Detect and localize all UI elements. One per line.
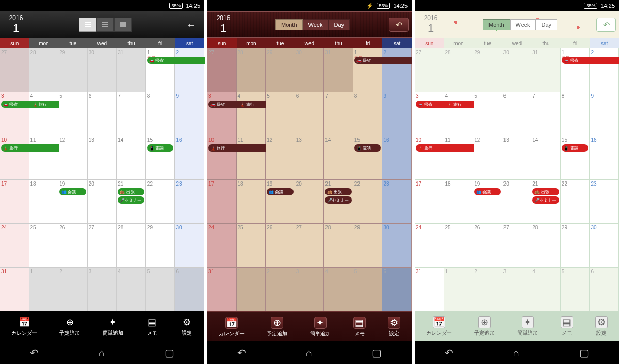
day-cell[interactable]: 2	[473, 268, 502, 311]
view-month-icon[interactable]	[79, 18, 96, 32]
toolbar-settings[interactable]: ⚙設定	[388, 317, 400, 337]
day-cell[interactable]: 4	[117, 268, 146, 311]
event-ryoko[interactable]: 🗼 旅行	[1, 144, 59, 152]
event-shuccho[interactable]: 👜 出張	[325, 188, 352, 195]
day-cell[interactable]: 28	[117, 224, 146, 268]
day-cell[interactable]: 20	[295, 180, 324, 224]
day-cell[interactable]: 29	[58, 48, 88, 92]
day-cell[interactable]: 3	[295, 268, 324, 311]
event-kisei[interactable]: 🚗 帰省	[354, 57, 412, 64]
back-button[interactable]: ↶	[596, 18, 616, 32]
day-cell[interactable]: 18	[29, 180, 59, 224]
day-cell[interactable]: 18	[444, 180, 474, 224]
view-day-button[interactable]: Day	[328, 19, 350, 30]
toolbar-memo[interactable]: ▤メモ	[561, 316, 573, 337]
day-cell[interactable]: 1	[444, 268, 474, 311]
day-cell[interactable]: 13	[88, 136, 117, 180]
day-cell[interactable]: 31	[531, 48, 561, 92]
day-cell[interactable]: 6	[382, 268, 412, 311]
day-cell[interactable]: 3🚗 帰省	[0, 92, 29, 136]
day-cell[interactable]: 1元日🚗 帰省	[353, 48, 383, 92]
day-cell[interactable]: 5	[266, 92, 295, 136]
day-cell[interactable]: 3🚗 帰省	[415, 92, 444, 136]
event-kisei[interactable]: 🚗 帰省	[147, 57, 205, 64]
day-cell[interactable]: 29	[473, 48, 502, 92]
toolbar-add-event[interactable]: ⊕予定追加	[474, 316, 495, 337]
event-ryoko[interactable]: 🗼 旅行	[445, 101, 472, 108]
day-cell[interactable]: 31	[415, 268, 444, 311]
toolbar-settings[interactable]: ⚙設定	[181, 316, 193, 337]
day-cell[interactable]: 30	[175, 224, 204, 268]
event-shuccho[interactable]: 👜 出張	[118, 188, 144, 195]
day-cell[interactable]: 6	[295, 92, 324, 136]
back-button[interactable]: ←	[182, 18, 201, 32]
day-cell[interactable]: 1元日🚗 帰省	[561, 48, 590, 92]
day-cell[interactable]: 21👜 出張🎤セミナー	[324, 180, 353, 224]
day-cell[interactable]: 25	[237, 224, 266, 268]
day-cell[interactable]: 1	[29, 268, 59, 311]
day-cell[interactable]: 8	[561, 92, 590, 136]
day-cell[interactable]: 6	[502, 92, 532, 136]
day-cell[interactable]: 30	[295, 48, 324, 92]
day-cell[interactable]: 16	[175, 136, 204, 180]
day-cell[interactable]: 23	[175, 180, 204, 224]
home-icon[interactable]: ⌂	[306, 347, 312, 359]
day-cell[interactable]: 24	[207, 224, 237, 268]
day-cell[interactable]: 27	[0, 48, 29, 92]
tabs-icon[interactable]: ▢	[165, 346, 174, 359]
day-cell[interactable]: 30	[88, 48, 117, 92]
day-cell[interactable]: 29	[561, 224, 590, 268]
day-cell[interactable]: 12	[266, 136, 295, 180]
day-cell[interactable]: 28	[444, 48, 474, 92]
day-cell[interactable]: 8	[353, 92, 383, 136]
day-cell[interactable]: 3🚗 帰省	[207, 92, 237, 136]
day-cell[interactable]: 4🗼 旅行	[237, 92, 266, 136]
day-cell[interactable]: 7	[324, 92, 353, 136]
day-cell[interactable]: 27	[415, 48, 444, 92]
day-cell[interactable]: 4	[531, 268, 561, 311]
year-month[interactable]: 20161	[210, 15, 236, 34]
day-cell[interactable]: 11	[444, 136, 474, 180]
day-cell[interactable]: 14	[531, 136, 561, 180]
toolbar-quick-add[interactable]: ✦簡単追加	[517, 316, 538, 337]
day-cell[interactable]: 27	[295, 224, 324, 268]
back-button[interactable]: ↶	[389, 18, 409, 32]
toolbar-memo[interactable]: ▤メモ	[353, 317, 366, 337]
day-cell[interactable]: 4🗼 旅行	[444, 92, 474, 136]
event-kaigi[interactable]: 👥 会議	[474, 188, 501, 195]
day-cell[interactable]: 5	[146, 268, 175, 311]
day-cell[interactable]: 22	[146, 180, 175, 224]
toolbar-settings[interactable]: ⚙設定	[595, 316, 608, 337]
day-cell[interactable]: 8	[146, 92, 175, 136]
view-month-button[interactable]: Month	[483, 19, 510, 30]
event-ryoko[interactable]: 🗼 旅行	[30, 101, 57, 108]
day-cell[interactable]: 1元日🚗 帰省	[146, 48, 175, 92]
day-cell[interactable]: 17	[207, 180, 237, 224]
day-cell[interactable]: 31	[324, 48, 353, 92]
day-cell[interactable]: 23	[590, 180, 619, 224]
event-seminar[interactable]: 🎤セミナー	[532, 196, 559, 204]
toolbar-quick-add[interactable]: ✦簡単追加	[103, 316, 123, 337]
day-cell[interactable]: 30	[590, 224, 619, 268]
event-ryoko[interactable]: 🗼 旅行	[238, 101, 265, 108]
toolbar-add-event[interactable]: ⊕予定追加	[59, 316, 80, 337]
day-cell[interactable]: 20	[502, 180, 532, 224]
day-cell[interactable]: 10🗼 旅行	[0, 136, 29, 180]
day-cell[interactable]: 19👥 会議	[473, 180, 502, 224]
toolbar-calendar[interactable]: 📅カレンダー	[426, 316, 452, 337]
day-cell[interactable]: 7	[531, 92, 561, 136]
day-cell[interactable]: 19👥 会議	[58, 180, 88, 224]
day-cell[interactable]: 6	[88, 92, 117, 136]
view-day-icon[interactable]	[114, 18, 132, 32]
day-cell[interactable]: 15📱 電話	[561, 136, 590, 180]
home-icon[interactable]: ⌂	[513, 347, 519, 359]
day-cell[interactable]: 10🗼 旅行	[207, 136, 237, 180]
day-cell[interactable]: 16	[590, 136, 619, 180]
back-icon[interactable]: ↶	[30, 346, 39, 359]
toolbar-calendar[interactable]: 📅カレンダー	[11, 316, 37, 337]
back-icon[interactable]: ↶	[445, 346, 453, 359]
day-cell[interactable]: 14	[117, 136, 146, 180]
day-cell[interactable]: 29	[266, 48, 295, 92]
event-seminar[interactable]: 🎤セミナー	[118, 196, 144, 204]
day-cell[interactable]: 2	[58, 268, 88, 311]
